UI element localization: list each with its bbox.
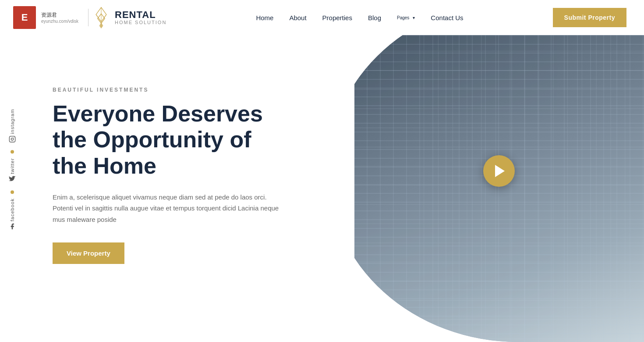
logo-icon: E bbox=[13, 6, 36, 29]
logo-badge-top: 资源君 bbox=[41, 11, 57, 19]
view-property-button[interactable]: View Property bbox=[53, 242, 124, 264]
facebook-icon bbox=[9, 223, 16, 232]
twitter-label: twitter bbox=[10, 158, 15, 174]
svg-point-5 bbox=[11, 138, 13, 140]
logo-diamond-decoration bbox=[95, 7, 108, 28]
social-instagram[interactable]: instagram bbox=[9, 107, 16, 144]
nav-about[interactable]: About bbox=[289, 14, 306, 21]
social-dot-1 bbox=[11, 150, 14, 154]
social-dot-2 bbox=[11, 190, 14, 194]
nav-pages[interactable]: Pages ▾ bbox=[397, 15, 415, 20]
hero-subheading: BEAUTIFUL INVESTMENTS bbox=[53, 87, 328, 93]
nav-blog[interactable]: Blog bbox=[368, 14, 381, 21]
logo-badge-site: eyunzhu.com/vdisk bbox=[41, 19, 78, 24]
hero-content: BEAUTIFUL INVESTMENTS Everyone Deserves … bbox=[0, 0, 354, 342]
social-twitter[interactable]: twitter bbox=[9, 157, 16, 184]
social-facebook[interactable]: facebook bbox=[9, 196, 16, 232]
logo-divider bbox=[88, 9, 88, 26]
play-button[interactable] bbox=[483, 155, 515, 187]
twitter-icon bbox=[9, 176, 16, 184]
logo-area: E 资源君 eyunzhu.com/vdisk RENTAL HOME SOLU… bbox=[13, 6, 166, 29]
instagram-label: instagram bbox=[10, 109, 15, 134]
hero-title: Everyone Deserves the Opportunity of the… bbox=[53, 101, 328, 179]
social-sidebar: instagram twitter facebook bbox=[0, 107, 25, 235]
logo-badge: 资源君 eyunzhu.com/vdisk bbox=[41, 11, 78, 24]
logo-brand: RENTAL bbox=[115, 10, 166, 20]
submit-property-button[interactable]: Submit Property bbox=[553, 8, 626, 27]
hero-section: BEAUTIFUL INVESTMENTS Everyone Deserves … bbox=[0, 0, 644, 342]
hero-description: Enim a, scelerisque aliquet vivamus nequ… bbox=[53, 192, 280, 225]
svg-rect-4 bbox=[9, 136, 15, 142]
main-nav: Home About Properties Blog Pages ▾ Conta… bbox=[256, 14, 463, 21]
logo-sub: HOME SOLUTION bbox=[115, 20, 166, 25]
logo-text-area: RENTAL HOME SOLUTION bbox=[115, 10, 166, 25]
facebook-label: facebook bbox=[10, 198, 15, 221]
instagram-icon bbox=[9, 136, 16, 144]
hero-image bbox=[354, 0, 644, 342]
nav-contact[interactable]: Contact Us bbox=[431, 14, 463, 21]
svg-marker-3 bbox=[99, 22, 103, 28]
header: E 资源君 eyunzhu.com/vdisk RENTAL HOME SOLU… bbox=[0, 0, 644, 35]
nav-home[interactable]: Home bbox=[256, 14, 273, 21]
svg-point-6 bbox=[14, 137, 14, 138]
nav-properties[interactable]: Properties bbox=[322, 14, 352, 21]
